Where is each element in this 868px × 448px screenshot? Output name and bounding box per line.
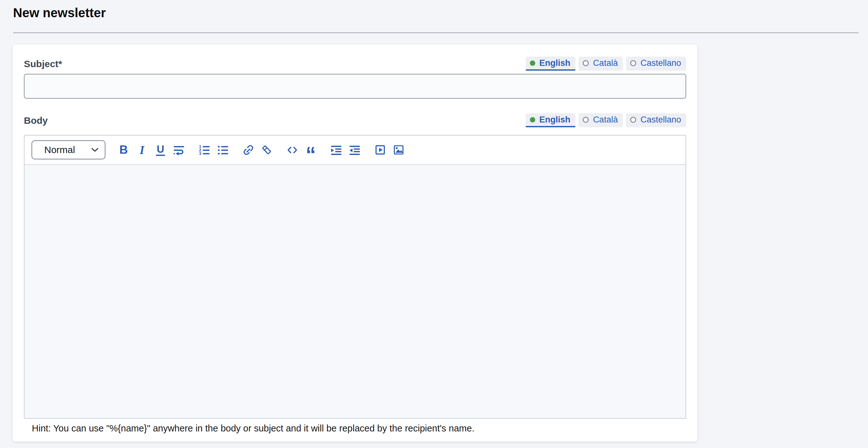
- lang-label: Castellano: [640, 58, 681, 68]
- toolbar-group-link: [239, 142, 276, 158]
- body-label: Body: [24, 115, 48, 127]
- lang-label: Català: [593, 58, 618, 68]
- radio-unselected-icon[interactable]: [583, 117, 589, 123]
- newsletter-form-card: Subject* English Català Castellano Body …: [13, 44, 697, 442]
- outdent-icon[interactable]: [349, 142, 361, 158]
- underline-icon[interactable]: U: [154, 142, 166, 158]
- title-divider: [13, 32, 859, 33]
- lang-label: Català: [593, 115, 618, 125]
- code-block-icon[interactable]: [286, 142, 298, 158]
- indent-icon[interactable]: [330, 142, 342, 158]
- radio-unselected-icon[interactable]: [583, 60, 589, 66]
- editor-toolbar: Normal B I U: [25, 136, 686, 165]
- line-break-icon[interactable]: [173, 142, 185, 158]
- subject-lang-castellano[interactable]: Castellano: [626, 57, 686, 71]
- hint-text: Hint: You can use "%{name}" anywhere in …: [32, 423, 686, 434]
- subject-header-row: Subject* English Català Castellano: [24, 56, 686, 71]
- bullet-list-icon[interactable]: [217, 142, 229, 158]
- page-title: New newsletter: [13, 5, 868, 20]
- video-icon[interactable]: [374, 142, 386, 158]
- subject-lang-catala[interactable]: Català: [579, 57, 623, 71]
- subject-lang-english[interactable]: English: [526, 57, 576, 71]
- rich-text-editor: Normal B I U: [24, 135, 686, 419]
- body-editor-area[interactable]: [25, 165, 686, 418]
- body-lang-english[interactable]: English: [526, 113, 576, 127]
- blockquote-icon[interactable]: “: [305, 142, 317, 158]
- radio-unselected-icon[interactable]: [630, 60, 636, 66]
- subject-language-switcher: English Català Castellano: [526, 57, 686, 71]
- toolbar-group-lists: 1 2 3: [195, 142, 232, 158]
- paragraph-style-value: Normal: [44, 144, 75, 155]
- ordered-list-icon[interactable]: 1 2 3: [198, 142, 211, 158]
- link-icon[interactable]: [242, 142, 254, 158]
- body-language-switcher: English Català Castellano: [526, 113, 686, 127]
- toolbar-group-text-style: B I U: [114, 142, 188, 158]
- toolbar-group-code-quote: “: [283, 142, 320, 158]
- image-icon[interactable]: [393, 142, 405, 158]
- svg-text:3: 3: [199, 151, 201, 156]
- clear-formatting-icon[interactable]: [261, 142, 273, 158]
- toolbar-group-media: [371, 142, 408, 158]
- lang-label: Castellano: [640, 115, 681, 125]
- radio-unselected-icon[interactable]: [630, 117, 636, 123]
- radio-selected-icon[interactable]: [530, 117, 535, 123]
- lang-label: English: [539, 58, 570, 68]
- toolbar-group-indent: [327, 142, 364, 158]
- paragraph-style-dropdown[interactable]: Normal: [32, 140, 105, 160]
- subject-input[interactable]: [24, 74, 686, 99]
- bold-icon[interactable]: B: [118, 142, 130, 158]
- subject-label: Subject*: [24, 59, 62, 71]
- body-lang-catala[interactable]: Català: [579, 113, 623, 127]
- body-header-row: Body English Català Castellano: [24, 113, 686, 127]
- chevron-down-icon: [91, 148, 98, 152]
- body-lang-castellano[interactable]: Castellano: [626, 113, 686, 127]
- lang-label: English: [539, 115, 570, 125]
- radio-selected-icon[interactable]: [530, 61, 535, 66]
- italic-icon[interactable]: I: [136, 142, 148, 158]
